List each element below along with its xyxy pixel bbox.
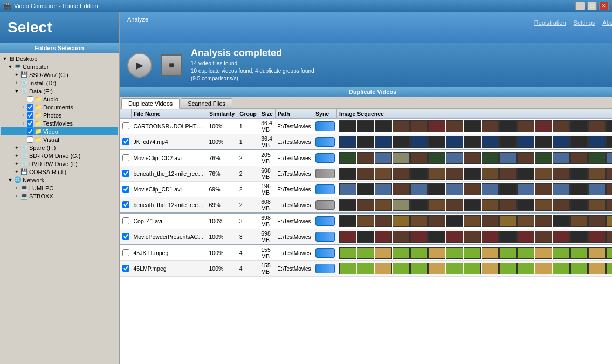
table-row: MovieClip_CD1.avi69%2196 MBE:\TestMovies [120,182,613,197]
tree-item-visual[interactable]: 📁 Visual [1,135,118,143]
col-header-path: Path [275,109,313,119]
tree-icon-dvdrw-i: 💿 [20,160,28,167]
row-group-7: 3 [237,229,259,245]
row-group-5: 2 [237,197,259,214]
tree-item-dvdrw-i[interactable]: +💿 DVD RW Drive (I:) [1,160,118,168]
thumbnail-7-3 [393,231,410,243]
sync-button-1[interactable] [315,137,335,147]
tree-item-photos[interactable]: +📁 Photos [1,111,118,119]
tree-item-data-e[interactable]: ▼💿 Data (E:) [1,87,118,95]
analysis-line: 14 video files found [191,60,314,67]
tree-expand-testmovies[interactable]: + [19,121,27,126]
minimize-button[interactable]: ─ [575,2,585,10]
tree-item-spare-f[interactable]: +💿 Spare (F:) [1,143,118,152]
row-checkbox-3[interactable] [122,170,129,177]
tree-checkbox-documents[interactable] [27,104,33,111]
row-checkbox-1[interactable] [122,138,129,145]
sync-button-4[interactable] [315,184,335,194]
sync-button-7[interactable] [315,232,335,242]
folder-tree[interactable]: ▼🖥 Desktop▼💻 Computer+💾 SSD-Win7 (C:)+💿 … [0,53,119,364]
tree-item-audio[interactable]: 📁 Audio [1,95,118,103]
tree-expand-install-d[interactable]: + [13,80,20,86]
tree-item-video[interactable]: 📁 Video [1,127,118,135]
tree-expand-computer[interactable]: ▼ [6,64,14,70]
tree-item-install-d[interactable]: +💿 Install (D:) [1,79,118,87]
thumbnail-4-0 [339,183,356,195]
stop-button[interactable]: ■ [161,54,182,76]
sync-button-8[interactable] [315,248,335,258]
tree-expand-ssd-c[interactable]: + [13,72,20,78]
close-button[interactable]: ✕ [599,2,609,10]
maximize-button[interactable]: □ [587,2,597,10]
app-icon: 🎬 [3,2,11,10]
tree-expand-spare-f[interactable]: + [13,145,20,150]
play-button[interactable]: ▶ [127,53,152,78]
row-checkbox-6[interactable] [122,217,129,224]
tree-item-computer[interactable]: ▼💻 Computer [1,63,118,71]
tree-label-spare-f: Spare (F:) [29,145,56,151]
thumbnail-6-7 [464,215,481,227]
thumbnail-3-13 [570,168,588,180]
thumbnail-7-6 [446,231,463,243]
tree-expand-corsair-j[interactable]: + [13,169,20,175]
row-checkbox-7[interactable] [122,233,129,240]
tree-expand-photos[interactable]: + [19,113,27,118]
sync-button-2[interactable] [315,153,335,163]
titlebar: 🎬 Video Comparer - Home Edition ─ □ ✕ [0,0,612,12]
thumbnail-2-9 [499,152,517,164]
tree-checkbox-testmovies[interactable] [27,120,33,127]
header-link-settings[interactable]: Settings [574,19,595,26]
tree-icon-video: 📁 [35,128,42,135]
thumbnail-1-10 [517,136,534,148]
tree-expand-network[interactable]: ▼ [6,177,14,183]
tree-checkbox-photos[interactable] [27,112,33,119]
tree-item-network[interactable]: ▼🌐 Network [1,176,118,184]
header-link-about[interactable]: About [602,19,612,26]
tree-expand-bdrom-g[interactable]: + [13,153,20,159]
tree-label-data-e: Data (E:) [29,88,53,94]
tree-expand-lumipc[interactable]: + [13,186,20,191]
tree-label-lumipc: LUMI-PC [29,185,53,191]
thumbnail-0-14 [588,120,606,132]
thumbnail-3-9 [499,168,517,180]
thumbnail-7-14 [588,231,606,243]
tab-scanned-files[interactable]: Scanned Files [181,98,232,108]
tree-checkbox-video[interactable] [27,128,33,135]
tree-checkbox-audio[interactable] [27,96,33,102]
row-checkbox-4[interactable] [122,186,129,193]
tree-item-documents[interactable]: +📁 Documents [1,103,118,111]
row-checkbox-8[interactable] [122,249,129,256]
tree-item-bdrom-g[interactable]: +💿 BD-ROM Drive (G:) [1,152,118,160]
row-checkbox-0[interactable] [122,122,129,129]
table-row: MoviePowderPresentsAChristmasWit...100%3… [120,229,613,245]
tree-checkbox-visual[interactable] [27,136,33,143]
tree-label-video: Video [43,128,58,135]
thumbnail-9-4 [410,263,428,274]
tree-item-ssd-c[interactable]: +💾 SSD-Win7 (C:) [1,71,118,79]
col-header-size: Size [259,109,275,119]
tree-item-desktop[interactable]: ▼🖥 Desktop [1,55,118,63]
row-checkbox-5[interactable] [122,201,129,208]
sync-button-6[interactable] [315,216,335,226]
row-group-6: 3 [237,213,259,229]
row-checkbox-2[interactable] [122,154,129,161]
row-checkbox-9[interactable] [122,265,129,272]
tree-expand-dvdrw-i[interactable]: + [13,161,20,167]
tree-expand-desktop[interactable]: ▼ [1,56,9,61]
sync-button-3[interactable] [315,169,335,178]
tree-expand-data-e[interactable]: ▼ [13,88,20,94]
sync-button-5[interactable] [315,200,335,210]
data-table-container[interactable]: File NameSimilarityGroupSizePathSyncImag… [120,109,612,364]
tree-icon-corsair-j: 💾 [20,168,28,175]
header-link-registration[interactable]: Registration [534,19,566,26]
row-path-5: E:\TestMovies [275,197,313,214]
tree-item-lumipc[interactable]: +💻 LUMI-PC [1,184,118,192]
tree-expand-documents[interactable]: + [19,105,27,110]
tab-duplicate-videos[interactable]: Duplicate Videos [121,98,180,109]
tree-item-stboxx[interactable]: +💻 STBOXX [1,192,118,200]
tree-item-testmovies[interactable]: +📁 TestMovies [1,119,118,127]
tree-expand-stboxx[interactable]: + [13,194,20,199]
sync-button-0[interactable] [315,121,335,131]
sync-button-9[interactable] [315,264,335,273]
tree-item-corsair-j[interactable]: +💾 CORSAIR (J:) [1,168,118,176]
